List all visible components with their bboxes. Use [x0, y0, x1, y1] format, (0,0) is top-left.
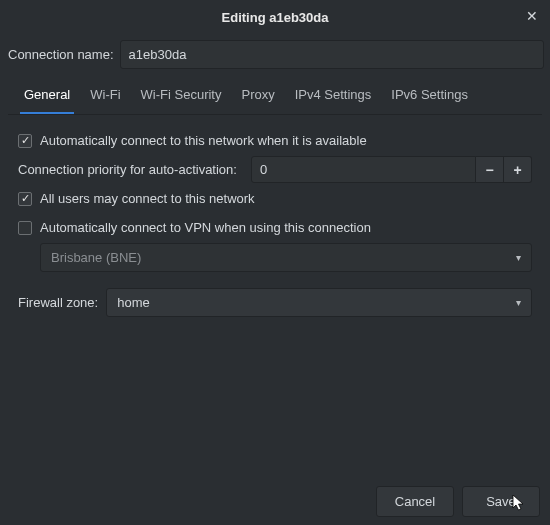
tab-wifi-security[interactable]: Wi-Fi Security: [137, 79, 226, 114]
tab-proxy[interactable]: Proxy: [237, 79, 278, 114]
connection-name-label: Connection name:: [6, 47, 114, 62]
firewall-label: Firewall zone:: [18, 295, 98, 310]
close-icon[interactable]: ✕: [526, 9, 540, 23]
vpn-select: Brisbane (BNE) ▾: [40, 243, 532, 272]
chevron-down-icon: ▾: [516, 297, 521, 308]
connection-name-input[interactable]: [120, 40, 544, 69]
cancel-button[interactable]: Cancel: [376, 486, 454, 517]
priority-input[interactable]: [251, 156, 476, 183]
firewall-value: home: [117, 295, 150, 310]
priority-row: Connection priority for auto-activation:…: [18, 156, 532, 183]
auto-connect-checkbox[interactable]: [18, 134, 32, 148]
all-users-row: All users may connect to this network: [18, 191, 532, 206]
general-panel: Automatically connect to this network wh…: [0, 115, 550, 335]
firewall-select[interactable]: home ▾: [106, 288, 532, 317]
tab-general[interactable]: General: [20, 79, 74, 114]
auto-vpn-label: Automatically connect to VPN when using …: [40, 220, 371, 235]
auto-vpn-checkbox[interactable]: [18, 221, 32, 235]
tab-wifi[interactable]: Wi-Fi: [86, 79, 124, 114]
priority-stepper: − +: [251, 156, 532, 183]
tab-ipv4[interactable]: IPv4 Settings: [291, 79, 376, 114]
priority-label: Connection priority for auto-activation:: [18, 162, 237, 177]
priority-plus-button[interactable]: +: [504, 156, 532, 183]
vpn-select-row: Brisbane (BNE) ▾: [40, 243, 532, 272]
firewall-row: Firewall zone: home ▾: [18, 288, 532, 317]
tab-ipv6[interactable]: IPv6 Settings: [387, 79, 472, 114]
chevron-down-icon: ▾: [516, 252, 521, 263]
tabs: General Wi-Fi Wi-Fi Security Proxy IPv4 …: [8, 79, 542, 115]
vpn-select-value: Brisbane (BNE): [51, 250, 141, 265]
footer: Cancel Save: [0, 478, 550, 525]
priority-minus-button[interactable]: −: [476, 156, 504, 183]
save-button[interactable]: Save: [462, 486, 540, 517]
titlebar: Editing a1eb30da ✕: [0, 0, 550, 34]
window-title: Editing a1eb30da: [222, 10, 329, 25]
auto-vpn-row: Automatically connect to VPN when using …: [18, 220, 532, 235]
connection-name-row: Connection name:: [0, 34, 550, 77]
auto-connect-label: Automatically connect to this network wh…: [40, 133, 367, 148]
auto-connect-row: Automatically connect to this network wh…: [18, 133, 532, 148]
all-users-checkbox[interactable]: [18, 192, 32, 206]
all-users-label: All users may connect to this network: [40, 191, 255, 206]
